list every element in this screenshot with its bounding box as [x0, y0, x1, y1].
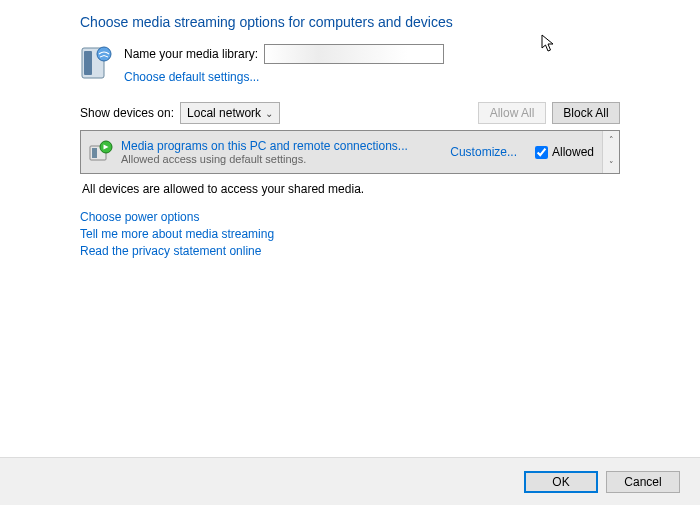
page-title: Choose media streaming options for compu… [80, 14, 620, 30]
device-list: Media programs on this PC and remote con… [80, 130, 620, 174]
learn-more-link[interactable]: Tell me more about media streaming [80, 227, 620, 241]
device-subtitle: Allowed access using default settings. [121, 153, 442, 165]
cancel-button[interactable]: Cancel [606, 471, 680, 493]
media-library-icon [80, 44, 114, 82]
power-options-link[interactable]: Choose power options [80, 210, 620, 224]
media-program-icon [89, 140, 113, 164]
scrollbar[interactable]: ˄ ˅ [602, 131, 619, 173]
chevron-down-icon: ⌄ [265, 108, 273, 119]
dialog-footer: OK Cancel [0, 457, 700, 505]
library-name-label: Name your media library: [124, 47, 258, 61]
device-row[interactable]: Media programs on this PC and remote con… [81, 131, 602, 173]
allowed-checkbox-label[interactable]: Allowed [535, 145, 594, 159]
status-text: All devices are allowed to access your s… [80, 182, 620, 196]
show-devices-label: Show devices on: [80, 106, 174, 120]
choose-default-settings-link[interactable]: Choose default settings... [124, 70, 444, 84]
show-devices-value: Local network [187, 106, 261, 120]
block-all-button[interactable]: Block All [552, 102, 620, 124]
show-devices-dropdown[interactable]: Local network ⌄ [180, 102, 280, 124]
svg-rect-1 [84, 51, 92, 75]
library-name-input[interactable] [264, 44, 444, 64]
privacy-link[interactable]: Read the privacy statement online [80, 244, 620, 258]
allowed-checkbox[interactable] [535, 146, 548, 159]
scroll-up-icon[interactable]: ˄ [603, 131, 619, 148]
allow-all-button[interactable]: Allow All [478, 102, 546, 124]
customize-link[interactable]: Customize... [450, 145, 517, 159]
svg-rect-4 [92, 148, 97, 158]
allowed-text: Allowed [552, 145, 594, 159]
ok-button[interactable]: OK [524, 471, 598, 493]
device-title-link[interactable]: Media programs on this PC and remote con… [121, 139, 442, 153]
scroll-down-icon[interactable]: ˅ [603, 156, 619, 173]
